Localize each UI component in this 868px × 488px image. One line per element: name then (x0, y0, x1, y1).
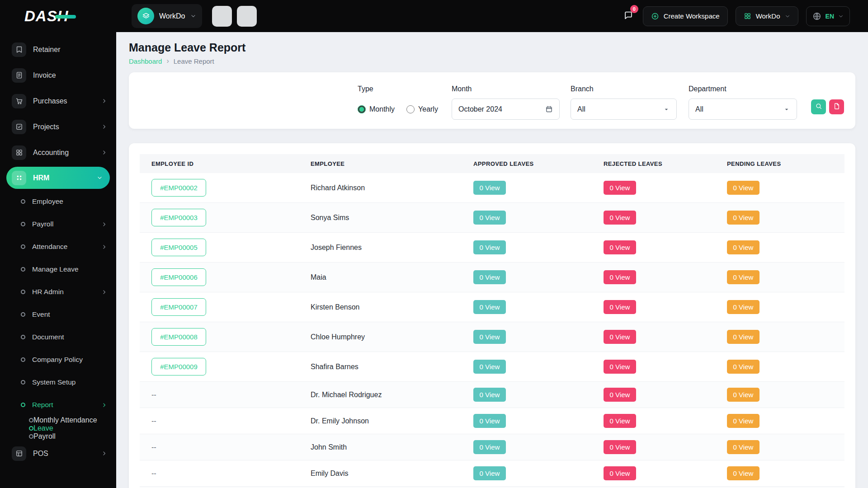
rejected-leaves-button[interactable]: 0 View (604, 330, 636, 344)
rejected-leaves-button[interactable]: 0 View (604, 440, 636, 454)
sidebar-item-retainer[interactable]: Retainer (0, 37, 116, 62)
sidebar-item-purchases[interactable]: Purchases (0, 88, 116, 114)
export-button[interactable] (829, 99, 844, 114)
app-root: DASH WorkDo 0 Create Workspace (0, 0, 868, 488)
sidebar-item-employee[interactable]: Employee (0, 190, 116, 213)
create-workspace-button[interactable]: Create Workspace (643, 6, 728, 26)
leave-report-table: Employee IDEmployeeApproved LeavesReject… (140, 154, 844, 488)
employee-id-badge[interactable]: #EMP00006 (151, 268, 206, 286)
pending-leaves-button[interactable]: 0 View (727, 181, 760, 195)
monthly-radio-option[interactable]: Monthly (358, 105, 395, 113)
sidebar-item-report[interactable]: Report (0, 394, 116, 416)
approved-leaves-button[interactable]: 0 View (473, 388, 506, 402)
approved-leaves-button[interactable]: 0 View (473, 330, 506, 344)
sidebar-item-attendance[interactable]: Attendance (0, 235, 116, 258)
branch-select[interactable]: All (571, 99, 677, 120)
approved-leaves-button[interactable]: 0 View (473, 300, 506, 314)
rejected-leaves-button[interactable]: 0 View (604, 211, 636, 225)
bullet-icon (29, 426, 33, 431)
employee-id-badge[interactable]: #EMP00007 (151, 298, 206, 316)
employee-cell: Kirsten Benson (299, 292, 462, 322)
yearly-radio[interactable] (406, 105, 415, 113)
table-row: #EMP00008Chloe Humphrey0 View0 View0 Vie… (140, 322, 844, 352)
approved-leaves-cell: 0 View (462, 233, 592, 263)
pending-leaves-button[interactable]: 0 View (727, 240, 760, 254)
approved-leaves-button[interactable]: 0 View (473, 466, 506, 480)
sidebar-item-leave[interactable]: Leave (0, 424, 116, 432)
sidebar-item-label: Report (32, 401, 53, 409)
department-select[interactable]: All (689, 99, 797, 120)
sidebar-item-hrm[interactable]: HRM (6, 167, 110, 189)
app-logo[interactable]: DASH (24, 8, 69, 25)
rejected-leaves-button[interactable]: 0 View (604, 300, 636, 314)
pending-leaves-cell: 0 View (715, 487, 844, 488)
employee-id-badge[interactable]: #EMP00008 (151, 328, 206, 346)
sidebar-item-payroll[interactable]: Payroll (0, 213, 116, 235)
topbar: DASH WorkDo 0 Create Workspace (0, 0, 868, 32)
sidebar-item-label: HR Admin (32, 288, 64, 296)
sidebar-item-accounting[interactable]: Accounting (0, 140, 116, 165)
rejected-leaves-button[interactable]: 0 View (604, 270, 636, 284)
pending-leaves-button[interactable]: 0 View (727, 388, 760, 402)
department-label: Department (689, 85, 726, 93)
search-button[interactable] (811, 99, 826, 114)
pending-leaves-button[interactable]: 0 View (727, 330, 760, 344)
approved-leaves-button[interactable]: 0 View (473, 181, 506, 195)
approved-leaves-button[interactable]: 0 View (473, 414, 506, 428)
breadcrumb-dashboard-link[interactable]: Dashboard (129, 57, 162, 65)
employee-cell: Dr. Emily Johnson (299, 408, 462, 434)
sidebar-item-company-policy[interactable]: Company Policy (0, 348, 116, 371)
hrm-icon (12, 171, 26, 185)
rejected-leaves-button[interactable]: 0 View (604, 466, 636, 480)
sidebar-item-payroll[interactable]: Payroll (0, 432, 116, 441)
sidebar-item-projects[interactable]: Projects (0, 114, 116, 140)
pending-leaves-button[interactable]: 0 View (727, 440, 760, 454)
breadcrumb-current: Leave Report (174, 57, 214, 65)
messages-button[interactable]: 0 (622, 9, 635, 24)
approved-leaves-button[interactable]: 0 View (473, 440, 506, 454)
rejected-leaves-button[interactable]: 0 View (604, 181, 636, 195)
employee-id-badge[interactable]: #EMP00002 (151, 179, 206, 197)
month-input[interactable]: October 2024 (452, 99, 560, 120)
pending-leaves-button[interactable]: 0 View (727, 270, 760, 284)
pending-leaves-button[interactable]: 0 View (727, 466, 760, 480)
workdo-menu-button[interactable]: WorkDo (736, 6, 798, 26)
sidebar-item-pos[interactable]: POS (0, 441, 116, 466)
monthly-radio[interactable] (358, 105, 366, 113)
approved-leaves-button[interactable]: 0 View (473, 211, 506, 225)
topbar-shortcut-button[interactable] (212, 6, 232, 27)
sidebar-item-document[interactable]: Document (0, 326, 116, 348)
pending-leaves-button[interactable]: 0 View (727, 300, 760, 314)
sidebar-item-label: Payroll (33, 432, 56, 441)
employee-id-badge[interactable]: #EMP00009 (151, 358, 206, 375)
column-header-employee-id: Employee ID (140, 154, 299, 173)
chevron-right-icon (101, 450, 107, 456)
pending-leaves-cell: 0 View (715, 173, 844, 203)
topbar-shortcut-button[interactable] (237, 6, 257, 27)
rejected-leaves-button[interactable]: 0 View (604, 240, 636, 254)
pending-leaves-button[interactable]: 0 View (727, 211, 760, 225)
approved-leaves-button[interactable]: 0 View (473, 360, 506, 374)
table-row: --Emily Davis0 View0 View0 View (140, 460, 844, 487)
sidebar-item-hr-admin[interactable]: HR Admin (0, 281, 116, 303)
sidebar-item-monthly-attendance[interactable]: Monthly Attendance (0, 416, 116, 424)
sidebar-item-event[interactable]: Event (0, 303, 116, 326)
pending-leaves-button[interactable]: 0 View (727, 414, 760, 428)
language-selector[interactable]: EN (806, 6, 850, 26)
approved-leaves-button[interactable]: 0 View (473, 240, 506, 254)
approved-leaves-button[interactable]: 0 View (473, 270, 506, 284)
employee-id-badge[interactable]: #EMP00003 (151, 209, 206, 226)
employee-name: Emily Davis (311, 469, 349, 477)
rejected-leaves-button[interactable]: 0 View (604, 414, 636, 428)
yearly-radio-option[interactable]: Yearly (406, 105, 438, 113)
pending-leaves-button[interactable]: 0 View (727, 360, 760, 374)
sidebar-item-invoice[interactable]: Invoice (0, 62, 116, 88)
sidebar-item-system-setup[interactable]: System Setup (0, 371, 116, 394)
rejected-leaves-button[interactable]: 0 View (604, 360, 636, 374)
rejected-leaves-button[interactable]: 0 View (604, 388, 636, 402)
employee-id-badge[interactable]: #EMP00005 (151, 239, 206, 256)
employee-name: Chloe Humphrey (311, 333, 365, 341)
sidebar-item-manage-leave[interactable]: Manage Leave (0, 258, 116, 281)
employee-id-cell: -- (140, 382, 299, 408)
workspace-selector[interactable]: WorkDo (132, 4, 202, 28)
